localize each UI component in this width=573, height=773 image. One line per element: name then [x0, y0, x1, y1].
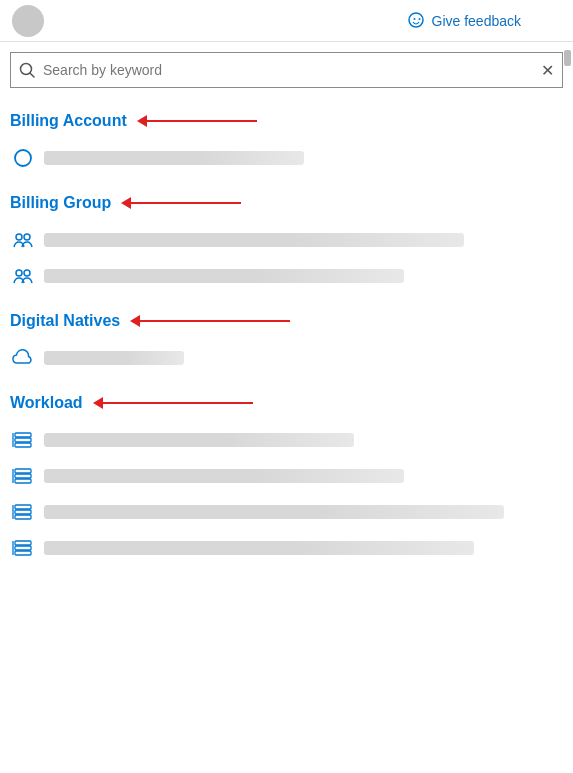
search-icon — [11, 62, 43, 78]
svg-rect-18 — [15, 505, 31, 509]
billing-account-arrow — [137, 115, 257, 127]
give-feedback-button[interactable]: Give feedback — [400, 8, 530, 34]
top-bar: Give feedback — [0, 0, 573, 42]
list-item — [10, 258, 563, 294]
list-item — [10, 458, 563, 494]
svg-rect-24 — [15, 551, 31, 555]
svg-point-5 — [15, 150, 31, 166]
svg-rect-22 — [15, 541, 31, 545]
digital-natives-arrow — [130, 315, 290, 327]
svg-rect-19 — [15, 510, 31, 514]
workload-header: Workload — [10, 394, 563, 412]
svg-line-4 — [30, 73, 34, 77]
cloud-icon — [12, 347, 34, 369]
search-input[interactable] — [43, 62, 533, 78]
avatar — [12, 5, 44, 37]
search-clear-button[interactable]: ✕ — [533, 61, 562, 80]
list-item — [10, 340, 563, 376]
list-item — [10, 222, 563, 258]
content-area: Billing Account Billing Group — [0, 94, 573, 566]
svg-point-9 — [24, 270, 30, 276]
item-content-bar — [44, 269, 404, 283]
list-item — [10, 422, 563, 458]
billing-group-label: Billing Group — [10, 194, 111, 212]
stack-icon — [12, 537, 34, 559]
svg-rect-20 — [15, 515, 31, 519]
feedback-icon — [408, 12, 426, 30]
svg-rect-10 — [15, 433, 31, 437]
svg-rect-11 — [15, 438, 31, 442]
give-feedback-label: Give feedback — [432, 13, 522, 29]
search-bar: ✕ — [10, 52, 563, 88]
billing-account-label: Billing Account — [10, 112, 127, 130]
list-item — [10, 494, 563, 530]
svg-point-1 — [413, 18, 415, 20]
stack-icon — [12, 465, 34, 487]
stack-icon — [12, 429, 34, 451]
circle-icon — [12, 147, 34, 169]
item-content-bar — [44, 433, 354, 447]
group-icon — [12, 229, 34, 251]
svg-point-2 — [418, 18, 420, 20]
svg-rect-15 — [15, 474, 31, 478]
svg-rect-14 — [15, 469, 31, 473]
billing-group-header: Billing Group — [10, 194, 563, 212]
list-item — [10, 530, 563, 566]
workload-arrow — [93, 397, 253, 409]
svg-rect-23 — [15, 546, 31, 550]
digital-natives-header: Digital Natives — [10, 312, 563, 330]
svg-point-8 — [16, 270, 22, 276]
scroll-indicator — [564, 50, 571, 66]
billing-group-arrow — [121, 197, 241, 209]
item-content-bar — [44, 469, 404, 483]
stack-icon — [12, 501, 34, 523]
digital-natives-label: Digital Natives — [10, 312, 120, 330]
svg-rect-12 — [15, 443, 31, 447]
svg-point-0 — [409, 13, 423, 27]
group-icon — [12, 265, 34, 287]
svg-rect-16 — [15, 479, 31, 483]
workload-label: Workload — [10, 394, 83, 412]
svg-point-6 — [16, 234, 22, 240]
list-item — [10, 140, 563, 176]
svg-point-7 — [24, 234, 30, 240]
item-content-bar — [44, 541, 474, 555]
item-content-bar — [44, 233, 464, 247]
billing-account-header: Billing Account — [10, 112, 563, 130]
item-content-bar — [44, 351, 184, 365]
item-content-bar — [44, 505, 504, 519]
item-content-bar — [44, 151, 304, 165]
